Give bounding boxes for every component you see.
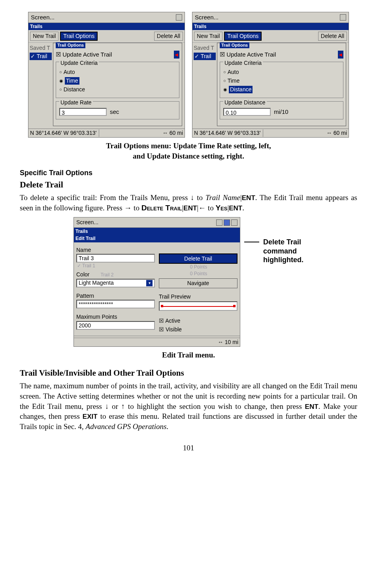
- name-input[interactable]: Trail 3: [76, 254, 155, 263]
- delete-trail-paragraph: To delete a specific trail: From the Tra…: [20, 193, 357, 213]
- side-labels: Saved T ✓ Trail: [192, 43, 217, 129]
- radio-auto[interactable]: ○Auto: [223, 68, 340, 76]
- trail-options-button[interactable]: Trail Options: [224, 32, 262, 41]
- titlebar-icons: [340, 14, 346, 21]
- annotation-text: Delete Trail command highlighted.: [263, 238, 303, 265]
- statusbar: N 36°14.646' W 96°03.313' ↔ 60 mi: [192, 129, 349, 137]
- delete-trail-button[interactable]: Delete Trail: [159, 253, 238, 264]
- edit-trail-screen: Screen... Trails Edit Trail Name Trail 3…: [74, 217, 240, 347]
- trail-visibility-paragraph: The name, maximum number of points in th…: [20, 381, 357, 432]
- window-caption: Trails: [192, 23, 349, 30]
- ghosted-points1: 0 Points: [160, 264, 238, 270]
- side-labels: Saved T ✓ Trail: [28, 43, 53, 129]
- window-caption: Trails: [28, 23, 185, 30]
- trail-visibility-heading: Trail Visible/Invisible and Other Trail …: [20, 367, 357, 378]
- radio-distance[interactable]: ○Distance: [59, 86, 176, 93]
- titlebar: Screen...: [74, 217, 240, 228]
- radio-distance[interactable]: ◉Distance: [223, 86, 340, 93]
- new-trail-button[interactable]: New Trail: [30, 32, 58, 41]
- trail-preview-label: Trail Preview: [159, 293, 238, 301]
- figure1-caption: Trail Options menu: Update Time Rate set…: [20, 141, 357, 161]
- specific-trail-options-heading: Specific Trail Options: [20, 168, 357, 178]
- new-trail-button[interactable]: New Trail: [194, 32, 222, 41]
- update-criteria-group: Update Criteria ○Auto ◉Time ○Distance: [56, 62, 179, 98]
- trail-options-panel: Trail Options ☒ Update Active Trail ◂ Up…: [53, 43, 182, 126]
- radio-time[interactable]: ◉Time: [59, 77, 176, 85]
- chevron-down-icon[interactable]: ▾: [146, 280, 153, 286]
- toolbar: New Trail Trail Options Delete All: [28, 30, 185, 43]
- delete-all-button[interactable]: Delete All: [318, 32, 347, 41]
- trail-preview: [159, 301, 238, 311]
- color-label: ColorTrail 2: [76, 271, 155, 278]
- titlebar-icons: [216, 219, 238, 226]
- annotation-leader-line: [244, 242, 259, 242]
- edit-trail-figure: Screen... Trails Edit Trail Name Trail 3…: [20, 217, 357, 347]
- rate-unit-label: sec: [110, 108, 119, 116]
- titlebar: Screen...: [28, 12, 185, 23]
- ghosted-points2: 0 Points: [160, 270, 238, 277]
- trail-options-panel: Trail Options ☒ Update Active Trail ◂ Up…: [217, 43, 346, 126]
- back-arrow-icon[interactable]: ◂: [174, 51, 179, 59]
- panel-title: Trail Options: [56, 42, 85, 48]
- titlebar-text: Screen...: [195, 13, 219, 21]
- pattern-input[interactable]: ****************: [76, 300, 155, 308]
- statusbar: ↔ 10 mi: [74, 338, 240, 346]
- trail-options-button[interactable]: Trail Options: [60, 32, 98, 41]
- figure2-caption: Edit Trail menu.: [20, 350, 357, 360]
- rate-input[interactable]: 3: [59, 108, 107, 116]
- titlebar-icons: [176, 14, 182, 21]
- max-points-label: Maximum Points: [76, 313, 155, 321]
- titlebar: Screen...: [192, 12, 349, 23]
- active-checkbox[interactable]: ☒ Active: [159, 317, 238, 325]
- page-number: 101: [20, 443, 357, 453]
- distance-unit-label: mi/10: [274, 108, 288, 116]
- distance-input[interactable]: 0.10: [223, 108, 271, 116]
- panel-title: Trail Options: [220, 42, 249, 48]
- visible-checkbox[interactable]: ☒ Visible: [159, 326, 238, 333]
- ghosted-trail-1: ✓ Trail 1: [77, 263, 155, 269]
- titlebar-text: Screen...: [31, 13, 55, 21]
- update-criteria-group: Update Criteria ○Auto ○Time ◉Distance: [220, 62, 343, 98]
- delete-trail-heading: Delete Trail: [20, 179, 357, 191]
- color-dropdown[interactable]: Light Magenta▾: [76, 279, 155, 287]
- radio-time[interactable]: ○Time: [223, 77, 340, 85]
- trail-options-figure-row: Screen... Trails New Trail Trail Options…: [20, 12, 357, 138]
- window-caption: Trails: [74, 228, 240, 235]
- delete-all-button[interactable]: Delete All: [154, 32, 183, 41]
- back-arrow-icon[interactable]: ◂: [338, 51, 343, 59]
- max-points-input[interactable]: 2000: [76, 321, 155, 330]
- update-distance-group: Update Distance 0.10 mi/10: [220, 101, 343, 120]
- update-rate-group: Update Rate 3 sec: [56, 101, 179, 120]
- update-active-checkbox[interactable]: ☒ Update Active Trail: [56, 51, 112, 58]
- radio-auto[interactable]: ○Auto: [59, 68, 176, 76]
- name-label: Name: [76, 246, 155, 254]
- navigate-button[interactable]: Navigate: [159, 278, 238, 288]
- pattern-label: Pattern: [76, 292, 155, 300]
- edit-trail-header: Edit Trail: [74, 235, 240, 242]
- update-active-checkbox[interactable]: ☒ Update Active Trail: [220, 51, 276, 58]
- statusbar: N 36°14.646' W 96°03.313' ↔ 60 mi: [28, 129, 185, 137]
- trail-options-distance-screen: Screen... Trails New Trail Trail Options…: [192, 12, 349, 138]
- trail-options-time-screen: Screen... Trails New Trail Trail Options…: [28, 12, 185, 138]
- toolbar: New Trail Trail Options Delete All: [192, 30, 349, 43]
